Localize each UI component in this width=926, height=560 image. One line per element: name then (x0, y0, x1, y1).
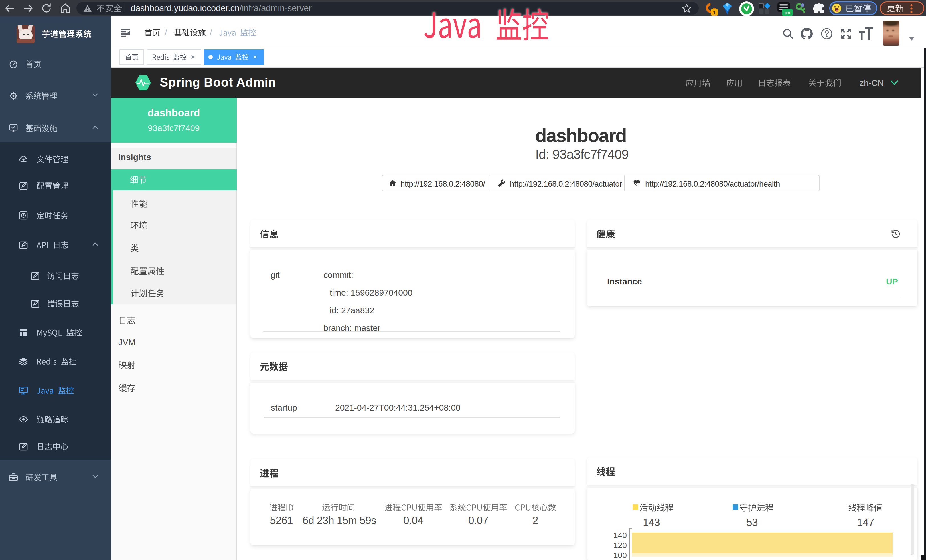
svg-text:on: on (785, 10, 791, 15)
svg-text:1: 1 (713, 9, 716, 15)
